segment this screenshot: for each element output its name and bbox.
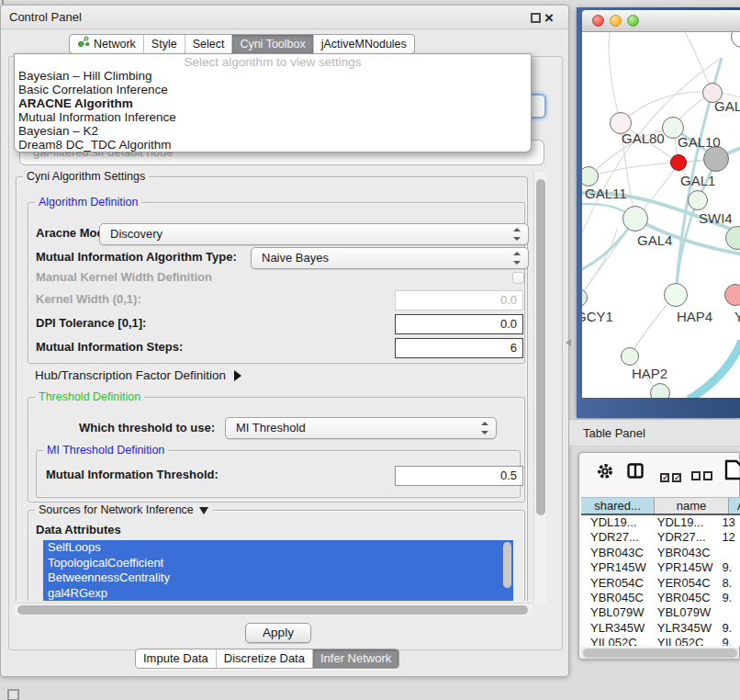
column-header-name[interactable]: name xyxy=(655,498,729,514)
settings-horizontal-scrollbar[interactable] xyxy=(15,603,533,615)
sources-group: Sources for Network Inference Data Attri… xyxy=(28,510,525,601)
menu-item[interactable]: Basic Correlation Inference xyxy=(15,83,531,96)
list-item[interactable]: BetweennessCentrality xyxy=(43,570,513,586)
network-node-selected[interactable] xyxy=(670,154,687,171)
which-threshold-label: Which threshold to use: xyxy=(79,418,215,438)
apply-button[interactable]: Apply xyxy=(245,623,311,643)
settings-vertical-scrollbar[interactable] xyxy=(533,172,546,604)
scrollbar-thumb[interactable] xyxy=(17,605,528,615)
table-row[interactable]: YIL052CYIL052C9. xyxy=(581,636,740,646)
close-traffic-light-icon[interactable] xyxy=(592,15,604,27)
list-item[interactable]: gal4RGexp xyxy=(43,586,513,602)
network-window-titlebar[interactable] xyxy=(582,10,740,32)
mi-steps-field[interactable]: 6 xyxy=(395,338,523,358)
table-row[interactable]: YBR043CYBR043C xyxy=(581,546,740,560)
which-threshold-combobox[interactable]: MI Threshold xyxy=(225,417,497,439)
data-attributes-label: Data Attributes xyxy=(36,520,121,540)
tab-select[interactable]: Select xyxy=(185,35,232,53)
table-row[interactable]: YDL19...YDL19...13 xyxy=(581,515,740,530)
menu-item[interactable]: Bayesian – K2 xyxy=(15,124,531,138)
node-label: GAL11 xyxy=(585,186,627,201)
kernel-width-field[interactable]: 0.0 xyxy=(395,290,523,310)
node-label: GAL10 xyxy=(678,134,721,150)
document-icon[interactable] xyxy=(723,459,740,485)
checked-box-icon: ✓ xyxy=(660,473,669,482)
table-horizontal-scrollbar[interactable] xyxy=(581,648,739,659)
manual-kernel-width-checkbox[interactable] xyxy=(512,272,524,284)
deselect-all-checkboxes-icon[interactable] xyxy=(691,468,715,484)
unchecked-box-icon xyxy=(703,471,712,480)
aracne-mode-combobox[interactable]: Discovery xyxy=(99,223,529,245)
network-node[interactable] xyxy=(622,206,648,231)
control-panel-window: Control Panel × Network Style Select Cyn… xyxy=(0,5,569,677)
network-node[interactable] xyxy=(621,347,639,366)
tab-style[interactable]: Style xyxy=(143,35,185,53)
network-node[interactable] xyxy=(650,383,670,398)
data-attributes-list[interactable]: SelfLoops TopologicalCoefficient Between… xyxy=(43,540,513,601)
network-node[interactable] xyxy=(724,284,740,306)
column-header-partial[interactable]: A xyxy=(729,498,740,514)
table-row[interactable]: YBR045CYBR045C9. xyxy=(581,591,740,605)
list-scrollbar-thumb[interactable] xyxy=(503,542,511,588)
tab-infer-network[interactable]: Infer Network xyxy=(312,649,398,668)
network-canvas[interactable]: GAL GAL80 GAL10 GAL1 GAL11 SWI4 GAL4 GCY… xyxy=(582,32,740,398)
sources-title[interactable]: Sources for Network Inference xyxy=(35,503,212,516)
list-item[interactable]: TopologicalCoefficient xyxy=(43,556,513,571)
menu-item[interactable]: Mutual Information Inference xyxy=(15,110,531,124)
scrollbar-thumb[interactable] xyxy=(536,179,545,515)
table-row[interactable]: YBL079WYBL079W xyxy=(581,605,740,620)
hub-definition-expander[interactable]: Hub/Transcription Factor Definition xyxy=(35,366,241,386)
table-body[interactable]: YDL19...YDL19...13 YDR27...YDR27...12 YB… xyxy=(581,515,740,646)
select-all-checkboxes-icon[interactable]: ✓✓ xyxy=(660,468,684,484)
menu-item-selected[interactable]: ARACNE Algorithm xyxy=(15,96,531,110)
network-node[interactable] xyxy=(688,190,708,210)
dpi-tolerance-label: DPI Tolerance [0,1]: xyxy=(36,313,146,333)
float-window-icon[interactable] xyxy=(531,13,541,23)
tab-discretize-data[interactable]: Discretize Data xyxy=(216,649,312,668)
mi-threshold-definition-title: MI Threshold Definition xyxy=(43,444,168,457)
table-window: ✓✓ shared... name A YDL19...YDL19...13 Y… xyxy=(578,452,740,660)
mi-threshold-field[interactable]: 0.5 xyxy=(395,466,523,486)
table-panel-title: Table Panel xyxy=(583,420,645,447)
manual-kernel-width-label: Manual Kernel Width Definition xyxy=(36,267,212,288)
table-row[interactable]: YPR145WYPR145W9. xyxy=(581,560,740,575)
node-label: HAP4 xyxy=(677,309,712,324)
cyni-bottom-tabbar: Impute Data Discretize Data Infer Networ… xyxy=(135,649,399,669)
network-node[interactable] xyxy=(664,283,688,307)
menu-item[interactable]: Dream8 DC_TDC Algorithm xyxy=(15,138,531,152)
node-label: GCY1 xyxy=(582,309,613,324)
table-panel-titlebar[interactable]: Table Panel xyxy=(569,419,740,446)
minimize-traffic-light-icon[interactable] xyxy=(610,15,622,27)
tab-network[interactable]: Network xyxy=(70,35,143,53)
scrollbar-thumb[interactable] xyxy=(583,649,737,658)
popup-placeholder: Select algorithm to view settings xyxy=(15,55,531,69)
node-label: GAL1 xyxy=(680,173,715,188)
list-item[interactable]: SelfLoops xyxy=(43,540,513,556)
show-columns-icon[interactable] xyxy=(627,463,644,482)
checked-box-icon: ✓ xyxy=(672,473,681,482)
network-node[interactable] xyxy=(703,146,729,172)
table-row[interactable]: YLR345WYLR345W9. xyxy=(581,621,740,636)
dpi-tolerance-field[interactable]: 0.0 xyxy=(395,314,523,334)
settings-gear-icon[interactable] xyxy=(596,462,614,484)
mi-algorithm-type-combobox[interactable]: Naive Bayes xyxy=(251,247,529,269)
table-row[interactable]: YER054CYER054C8. xyxy=(581,576,740,591)
combobox-arrows-icon xyxy=(481,422,488,435)
tab-jactivemnodules[interactable]: jActiveMNodules xyxy=(313,35,414,53)
algorithm-dropdown-popup: Select algorithm to view settings Bayesi… xyxy=(14,53,532,152)
zoom-traffic-light-icon[interactable] xyxy=(627,15,639,27)
tab-cyni-toolbox[interactable]: Cyni Toolbox xyxy=(231,35,312,53)
algorithm-definition-title: Algorithm Definition xyxy=(35,196,141,209)
close-icon[interactable]: × xyxy=(544,6,554,30)
combobox-arrows-icon xyxy=(513,228,521,241)
control-panel-titlebar[interactable]: Control Panel × xyxy=(1,6,568,29)
menu-item[interactable]: Bayesian – Hill Climbing xyxy=(15,69,531,83)
algorithm-definition-group: Algorithm Definition Aracne Mode: Discov… xyxy=(28,202,525,364)
restore-panel-icon[interactable] xyxy=(7,689,19,700)
node-label: GAL80 xyxy=(622,130,665,146)
table-row[interactable]: YDR27...YDR27...12 xyxy=(581,530,740,545)
settings-scroll-viewport: Cyni Algorithm Settings Algorithm Defini… xyxy=(15,172,533,601)
splitpane-collapse-icon[interactable] xyxy=(566,339,571,346)
column-header-shared-name[interactable]: shared... xyxy=(581,498,655,514)
tab-impute-data[interactable]: Impute Data xyxy=(136,649,216,668)
